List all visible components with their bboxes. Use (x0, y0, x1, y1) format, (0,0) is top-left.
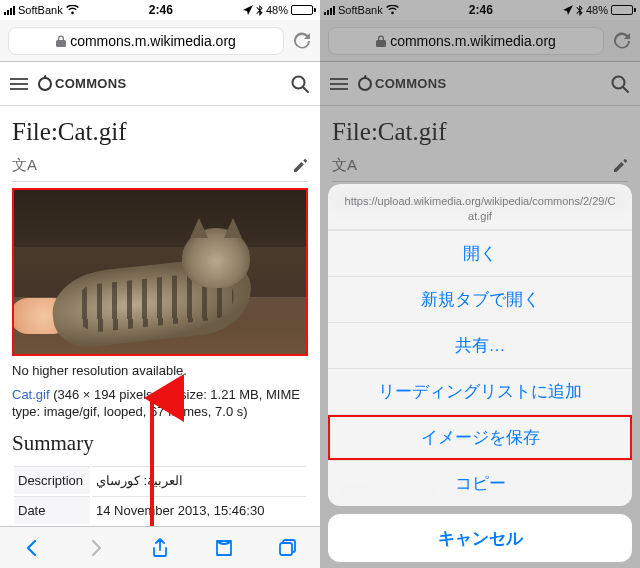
file-link[interactable]: Cat.gif (12, 387, 50, 402)
url-field[interactable]: commons.m.wikimedia.org (328, 27, 604, 55)
language-icon[interactable]: 文A (12, 156, 37, 175)
menu-button (330, 78, 348, 90)
language-icon: 文A (332, 156, 357, 175)
svg-point-5 (613, 76, 625, 88)
lock-icon (56, 35, 66, 47)
page-content: File:Cat.gif 文A No higher resolution ava… (0, 106, 320, 526)
sheet-reading-list[interactable]: リーディングリストに追加 (328, 368, 632, 414)
site-header: COMMONS (0, 62, 320, 106)
sheet-share[interactable]: 共有… (328, 322, 632, 368)
svg-point-0 (293, 76, 305, 88)
menu-button[interactable] (10, 78, 28, 90)
search-icon[interactable] (290, 74, 310, 94)
file-details: Cat.gif (346 × 194 pixels, file size: 1.… (12, 386, 308, 421)
file-image[interactable] (12, 188, 308, 356)
site-header: COMMONS (320, 62, 640, 106)
share-button[interactable] (149, 537, 171, 559)
url-host: commons.m.wikimedia.org (390, 33, 556, 49)
summary-heading: Summary (12, 431, 308, 456)
file-info-table: Descriptionالعربية: كورساي Date14 Novemb… (12, 464, 308, 526)
clock: 2:46 (149, 3, 173, 17)
commons-logo-icon (358, 77, 372, 91)
svg-line-1 (304, 87, 309, 92)
cellular-signal-icon (4, 6, 15, 15)
clock: 2:46 (469, 3, 493, 17)
carrier-label: SoftBank (18, 4, 63, 16)
browser-url-bar: commons.m.wikimedia.org (0, 20, 320, 62)
edit-icon[interactable] (292, 158, 308, 174)
wifi-icon (66, 5, 79, 15)
bluetooth-icon (256, 5, 263, 16)
browser-url-bar: commons.m.wikimedia.org (320, 20, 640, 62)
url-field[interactable]: commons.m.wikimedia.org (8, 27, 284, 55)
battery-pct: 48% (266, 4, 288, 16)
forward-button (85, 537, 107, 559)
battery-icon (611, 5, 636, 15)
lock-icon (376, 35, 386, 47)
resolution-note: No higher resolution available. (12, 362, 308, 380)
svg-line-6 (624, 87, 629, 92)
page-title: File:Cat.gif (332, 118, 628, 146)
sheet-copy[interactable]: コピー (328, 460, 632, 506)
sheet-url: https://upload.wikimedia.org/wikipedia/c… (328, 184, 632, 230)
bookmarks-button[interactable] (213, 537, 235, 559)
wifi-icon (386, 5, 399, 15)
refresh-icon[interactable] (612, 31, 632, 51)
status-bar: SoftBank 2:46 48% (0, 0, 320, 20)
sheet-open[interactable]: 開く (328, 230, 632, 276)
carrier-label: SoftBank (338, 4, 383, 16)
location-arrow-icon (563, 5, 573, 15)
site-logo: COMMONS (358, 76, 446, 91)
browser-toolbar (0, 526, 320, 568)
back-button[interactable] (21, 537, 43, 559)
battery-pct: 48% (586, 4, 608, 16)
tabs-button[interactable] (277, 537, 299, 559)
search-icon (610, 74, 630, 94)
table-row: Descriptionالعربية: كورساي (14, 466, 306, 494)
site-logo[interactable]: COMMONS (38, 76, 126, 91)
table-row: Date14 November 2013, 15:46:30 (14, 496, 306, 524)
edit-icon (612, 158, 628, 174)
svg-rect-4 (280, 543, 292, 555)
commons-logo-icon (38, 77, 52, 91)
sheet-open-new-tab[interactable]: 新規タブで開く (328, 276, 632, 322)
status-bar: SoftBank 2:46 48% (320, 0, 640, 20)
action-sheet: https://upload.wikimedia.org/wikipedia/c… (328, 184, 632, 562)
url-host: commons.m.wikimedia.org (70, 33, 236, 49)
sheet-save-image[interactable]: イメージを保存 (328, 414, 632, 460)
refresh-icon[interactable] (292, 31, 312, 51)
bluetooth-icon (576, 5, 583, 16)
page-title: File:Cat.gif (12, 118, 308, 146)
sheet-cancel[interactable]: キャンセル (328, 514, 632, 562)
battery-icon (291, 5, 316, 15)
location-arrow-icon (243, 5, 253, 15)
cellular-signal-icon (324, 6, 335, 15)
